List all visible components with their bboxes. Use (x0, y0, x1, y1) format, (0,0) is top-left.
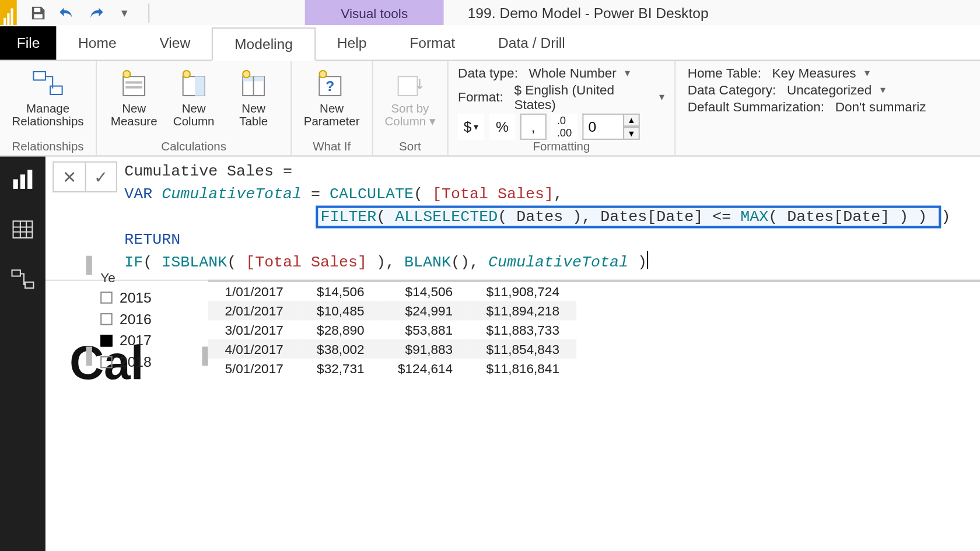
svg-rect-27 (12, 270, 20, 276)
decimals-input[interactable] (582, 114, 623, 140)
decimals-up[interactable]: ▲ (623, 114, 640, 127)
thousand-sep-button[interactable]: , (520, 114, 547, 140)
decimals-down[interactable]: ▼ (623, 127, 640, 140)
checkbox-icon[interactable] (100, 292, 113, 304)
redo-icon[interactable] (86, 3, 106, 22)
svg-rect-6 (125, 86, 142, 89)
sort-icon (392, 68, 428, 99)
quick-access-toolbar: ▾ (17, 3, 162, 22)
slicer-option[interactable]: 2018 (100, 354, 201, 371)
tab-view[interactable]: View (138, 26, 212, 59)
relationships-icon (30, 68, 66, 99)
new-measure-button[interactable]: New Measure (107, 66, 162, 131)
table-row[interactable]: 5/01/2017$32,731$124,614$11,816,841 (208, 359, 576, 378)
table-row[interactable]: 4/01/2017$38,002$91,883$11,854,843 (208, 340, 576, 359)
tab-modeling[interactable]: Modeling (212, 27, 316, 61)
svg-rect-9 (195, 76, 204, 96)
report-canvas[interactable]: Cal Ye 2015201620172018 1/01/2017$14,506… (46, 281, 980, 409)
tab-home[interactable]: Home (57, 26, 138, 59)
home-table-dropdown[interactable]: Home Table: Key Measures (688, 66, 980, 80)
data-table[interactable]: 1/01/2017$14,506$14,506$11,908,7242/01/2… (208, 254, 980, 409)
svg-rect-18 (398, 76, 417, 96)
group-calculations: New Measure New Column New Table Calcula… (97, 61, 292, 156)
svg-rect-20 (20, 174, 25, 189)
data-type-dropdown[interactable]: Data type: Whole Number (458, 66, 631, 80)
group-label-calculations: Calculations (161, 140, 226, 156)
group-whatif: ? New Parameter What If (292, 61, 373, 156)
slicer-header: Ye (100, 271, 201, 285)
slicer-option[interactable]: 2017 (100, 332, 201, 349)
checkbox-icon[interactable] (100, 356, 113, 368)
save-icon[interactable] (29, 3, 48, 22)
year-slicer[interactable]: Ye 2015201620172018 (93, 254, 201, 409)
svg-text:?: ? (326, 78, 335, 94)
svg-rect-1 (34, 13, 42, 17)
currency-button[interactable]: $▾ (458, 114, 484, 140)
table-icon (236, 68, 272, 99)
window-title: 199. Demo Model - Power BI Desktop (468, 4, 709, 21)
manage-relationships-button[interactable]: Manage Relationships (9, 66, 86, 131)
tab-data-drill[interactable]: Data / Drill (477, 26, 587, 59)
ribbon-tabs: File Home View Modeling Help Format Data… (0, 25, 980, 61)
group-label-whatif: What If (313, 140, 351, 156)
group-sort: Sort by Column ▾ Sort (373, 61, 449, 156)
percent-button[interactable]: % (489, 114, 515, 140)
app-logo (0, 0, 17, 25)
table-row[interactable]: 3/01/2017$28,890$53,881$11,883,733 (208, 321, 576, 340)
svg-rect-22 (13, 221, 33, 238)
group-properties: Home Table: Key Measures Data Category: … (676, 61, 980, 156)
new-parameter-button[interactable]: ? New Parameter (302, 66, 362, 131)
svg-rect-5 (125, 81, 142, 83)
left-nav (0, 157, 46, 551)
checkbox-icon[interactable] (100, 335, 113, 347)
measure-icon (116, 68, 152, 99)
parameter-icon: ? (314, 68, 350, 99)
slicer-option[interactable]: 2016 (100, 311, 201, 328)
svg-point-14 (243, 71, 250, 78)
svg-point-7 (123, 71, 130, 78)
svg-rect-19 (13, 180, 18, 189)
data-view-icon[interactable] (9, 216, 36, 243)
svg-rect-2 (33, 72, 46, 80)
checkbox-icon[interactable] (100, 314, 113, 326)
new-table-button[interactable]: New Table (226, 66, 281, 131)
table-row[interactable]: 1/01/2017$14,506$14,506$11,908,724 (208, 282, 576, 301)
slicer-option[interactable]: 2015 (100, 290, 201, 307)
formula-cancel-button[interactable]: ✕ (54, 163, 85, 191)
svg-rect-0 (34, 8, 40, 12)
undo-icon[interactable] (57, 3, 76, 22)
column-icon (176, 68, 212, 99)
svg-rect-21 (27, 170, 32, 189)
work-area: ✕ ✓ Cumulative Sales = VAR CumulativeTot… (46, 157, 980, 551)
sort-by-column-button[interactable]: Sort by Column ▾ (382, 66, 438, 131)
qat-customize-icon[interactable]: ▾ (115, 3, 134, 22)
highlighted-filter-expression: FILTER( ALLSELECTED( Dates ), Dates[Date… (316, 205, 941, 228)
svg-point-10 (183, 71, 190, 78)
group-relationships: Manage Relationships Relationships (0, 61, 97, 156)
formula-commit-button[interactable]: ✓ (85, 163, 116, 191)
tab-format[interactable]: Format (388, 26, 477, 59)
contextual-tab-header: Visual tools (305, 0, 444, 25)
default-summarization-dropdown[interactable]: Default Summarization: Don't summariz (688, 99, 980, 114)
group-label-relationships: Relationships (12, 140, 84, 156)
group-label-sort: Sort (399, 140, 421, 156)
decimals-stepper[interactable]: ▲▼ (582, 114, 639, 140)
format-dropdown[interactable]: Format: $ English (United States) (458, 82, 665, 111)
data-category-dropdown[interactable]: Data Category: Uncategorized (688, 82, 980, 97)
tab-help[interactable]: Help (316, 26, 388, 59)
group-label-formatting: Formatting (533, 140, 590, 156)
tab-file[interactable]: File (0, 26, 57, 59)
decimal-icon: .0.00 (551, 114, 578, 140)
model-view-icon[interactable] (9, 266, 36, 293)
svg-rect-28 (25, 282, 33, 288)
new-column-button[interactable]: New Column (166, 66, 221, 131)
report-view-icon[interactable] (9, 166, 36, 192)
svg-rect-3 (50, 86, 62, 94)
svg-point-17 (320, 71, 327, 78)
ribbon: Manage Relationships Relationships New M… (0, 61, 980, 157)
group-formatting: Data type: Whole Number Format: $ Englis… (449, 61, 676, 156)
title-bar: ▾ Visual tools 199. Demo Model - Power B… (0, 0, 980, 25)
table-row[interactable]: 2/01/2017$10,485$24,991$11,894,218 (208, 301, 576, 321)
